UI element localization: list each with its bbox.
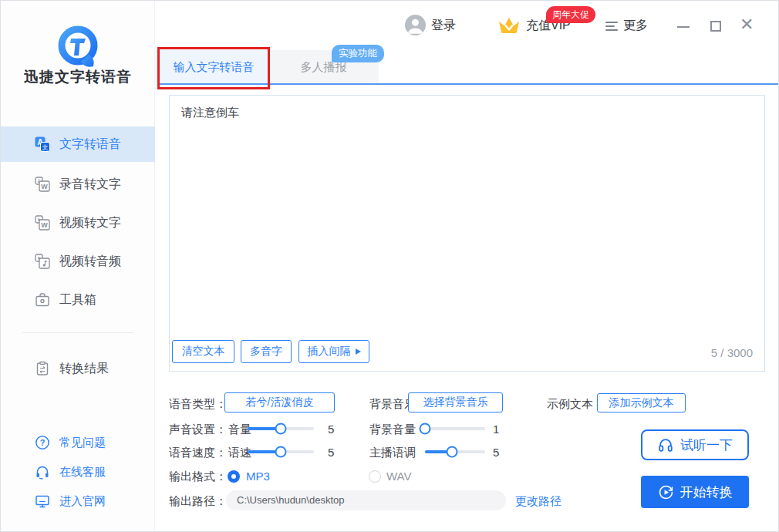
slider-thumb[interactable] bbox=[419, 423, 430, 435]
voice-type-button[interactable]: 若兮/活泼俏皮 bbox=[224, 392, 335, 412]
maximize-icon[interactable] bbox=[710, 21, 721, 32]
toolbox-icon bbox=[35, 292, 50, 308]
sidebar-item-label: 文字转语音 bbox=[59, 136, 121, 153]
polyphone-button[interactable]: 多音字 bbox=[241, 340, 292, 363]
clear-text-button[interactable]: 清空文本 bbox=[172, 340, 234, 363]
editor-text-content: 请注意倒车 bbox=[181, 106, 239, 120]
translate-icon: A 文 bbox=[35, 136, 50, 152]
triangle-right-icon bbox=[356, 348, 361, 355]
svg-text:文: 文 bbox=[42, 144, 49, 151]
close-icon[interactable]: ✕ bbox=[740, 15, 754, 34]
video-music-icon bbox=[35, 254, 50, 269]
sidebar-item-label: 录音转文字 bbox=[59, 177, 121, 193]
sidebar-item-label: 进入官网 bbox=[59, 494, 106, 509]
app-window: 迅捷文字转语音 A 文 文字转语音 W 录音转文字 bbox=[0, 0, 779, 532]
voice-type-label: 语音类型： bbox=[169, 397, 227, 412]
tone-value: 5 bbox=[493, 446, 499, 459]
play-circle-icon bbox=[658, 484, 674, 500]
sidebar: 迅捷文字转语音 A 文 文字转语音 W 录音转文字 bbox=[1, 1, 155, 532]
svg-text:W: W bbox=[41, 183, 48, 190]
speed-slider[interactable] bbox=[248, 450, 314, 453]
output-path-label: 输出路径： bbox=[169, 494, 227, 509]
user-avatar-icon[interactable] bbox=[405, 15, 426, 35]
headset-icon bbox=[35, 464, 50, 480]
char-counter: 5 / 3000 bbox=[656, 346, 753, 359]
slider-thumb[interactable] bbox=[447, 446, 458, 458]
speech-speed-label: 语音速度： bbox=[169, 446, 227, 460]
output-path-field[interactable]: C:\Users\hudun\desktop bbox=[226, 490, 506, 510]
question-icon: ? bbox=[35, 435, 50, 450]
sidebar-item-video-to-audio[interactable]: 视频转音频 bbox=[1, 244, 155, 279]
bg-volume-value: 1 bbox=[493, 423, 499, 436]
sidebar-item-faq[interactable]: ? 常见问题 bbox=[1, 428, 155, 457]
sidebar-item-label: 转换结果 bbox=[59, 361, 109, 377]
sidebar-item-label: 视频转音频 bbox=[59, 254, 121, 270]
sidebar-item-audio-to-text[interactable]: W 录音转文字 bbox=[1, 167, 155, 202]
sidebar-item-results[interactable]: 转换结果 bbox=[1, 351, 155, 386]
sidebar-item-text-to-speech[interactable]: A 文 文字转语音 bbox=[1, 126, 155, 162]
radio-wav-label[interactable]: WAV bbox=[386, 470, 412, 483]
login-button[interactable]: 登录 bbox=[431, 18, 456, 34]
volume-slider[interactable] bbox=[248, 427, 314, 430]
sidebar-item-label: 工具箱 bbox=[59, 292, 96, 308]
app-title: 迅捷文字转语音 bbox=[1, 67, 155, 87]
sidebar-item-video-to-text[interactable]: W 视频转文字 bbox=[1, 205, 155, 241]
sidebar-item-label: 在线客服 bbox=[59, 465, 106, 480]
speed-value: 5 bbox=[328, 446, 334, 459]
minimize-icon[interactable] bbox=[677, 26, 690, 28]
microphone-doc-icon: W bbox=[35, 177, 50, 192]
bg-volume-slider[interactable] bbox=[420, 427, 485, 430]
headphones-icon bbox=[657, 436, 674, 453]
radio-mp3[interactable] bbox=[228, 470, 240, 483]
video-doc-icon: W bbox=[35, 215, 50, 231]
tone-slider[interactable] bbox=[425, 450, 485, 453]
sidebar-item-website[interactable]: 进入官网 bbox=[1, 487, 155, 516]
add-sample-text-button[interactable]: 添加示例文本 bbox=[597, 393, 686, 412]
sidebar-divider bbox=[22, 332, 133, 333]
bg-volume-label: 背景音量 bbox=[369, 423, 416, 437]
text-input-area[interactable] bbox=[169, 95, 765, 372]
tab-text-to-speech[interactable]: 输入文字转语音 bbox=[159, 50, 268, 84]
sidebar-item-label: 视频转文字 bbox=[59, 215, 121, 231]
menu-icon[interactable] bbox=[605, 22, 618, 31]
clipboard-results-icon bbox=[35, 361, 50, 376]
start-convert-button[interactable]: 开始转换 bbox=[641, 476, 749, 508]
more-button[interactable]: 更多 bbox=[623, 18, 648, 34]
sound-settings-label: 声音设置： bbox=[169, 423, 227, 437]
preview-button[interactable]: 试听一下 bbox=[641, 429, 749, 460]
output-format-label: 输出格式： bbox=[169, 470, 227, 484]
sidebar-item-support[interactable]: 在线客服 bbox=[1, 457, 155, 487]
slider-thumb[interactable] bbox=[275, 446, 287, 458]
sidebar-item-toolbox[interactable]: 工具箱 bbox=[1, 282, 155, 318]
radio-wav[interactable] bbox=[369, 470, 381, 483]
experiment-feature-badge: 实验功能 bbox=[332, 45, 384, 62]
change-path-link[interactable]: 更改路径 bbox=[515, 494, 561, 509]
insert-interval-button[interactable]: 插入间隔 bbox=[298, 340, 369, 363]
select-bgm-button[interactable]: 选择背景音乐 bbox=[408, 392, 503, 412]
sample-text-label: 示例文本 bbox=[547, 397, 593, 412]
tone-label: 主播语调 bbox=[369, 446, 416, 460]
svg-text:?: ? bbox=[40, 438, 46, 447]
monitor-icon bbox=[35, 493, 50, 509]
radio-mp3-label[interactable]: MP3 bbox=[246, 470, 270, 483]
sidebar-item-label: 常见问题 bbox=[59, 436, 106, 450]
svg-text:W: W bbox=[41, 221, 48, 229]
vip-crown-icon[interactable] bbox=[496, 15, 522, 36]
slider-thumb[interactable] bbox=[275, 423, 287, 435]
volume-value: 5 bbox=[328, 423, 334, 436]
app-logo-icon bbox=[52, 22, 103, 73]
promo-badge[interactable]: 周年大促 bbox=[546, 6, 595, 23]
tab-underline bbox=[159, 83, 778, 85]
